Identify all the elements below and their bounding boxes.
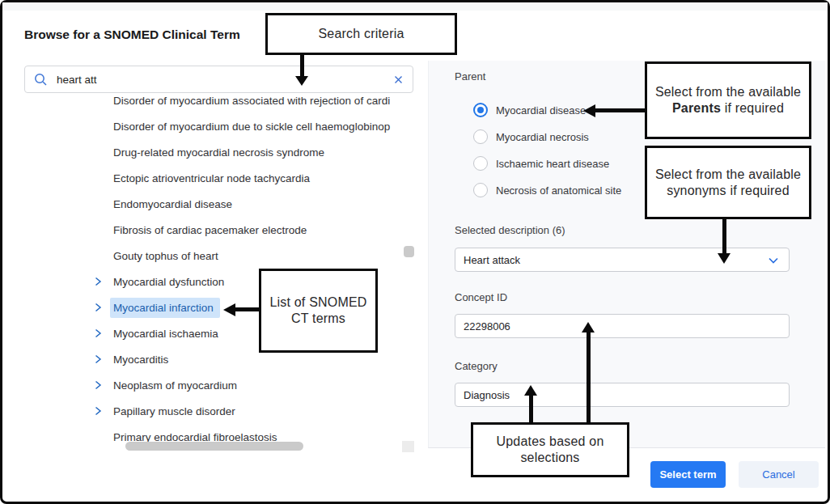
callout-synonyms: Select from the available synonyms if re… — [645, 146, 811, 219]
term-label: Myocardial dysfunction — [110, 272, 231, 292]
parent-radio-option[interactable]: Ischaemic heart disease — [473, 155, 621, 172]
radio-icon[interactable] — [473, 129, 488, 144]
term-label: Endomyocardial disease — [110, 194, 239, 214]
list-item[interactable]: Primary endocardial fibroelastosis — [24, 424, 413, 442]
arrow-to-dropdown — [722, 219, 726, 253]
callout-term-list: List of SNOMED CT terms — [259, 269, 378, 353]
dialog-top-strip — [2, 2, 828, 11]
list-item[interactable]: Endomyocardial disease — [24, 191, 413, 217]
term-label: Myocardial ischaemia — [110, 324, 225, 344]
selected-description-label: Selected description (6) — [455, 224, 565, 236]
search-input[interactable] — [55, 73, 392, 87]
chevron-right-icon[interactable] — [92, 405, 104, 417]
arrow-to-category — [529, 395, 533, 422]
radio-icon[interactable] — [473, 103, 488, 117]
list-item[interactable]: Drug-related myocardial necrosis syndrom… — [24, 139, 413, 165]
term-label: Fibrosis of cardiac pacemaker electrode — [110, 220, 313, 240]
category-label: Category — [455, 360, 498, 372]
clear-search-icon[interactable] — [392, 74, 404, 86]
radio-label: Myocardial disease — [496, 104, 586, 116]
callout-parents-pre: Select from the available — [655, 85, 801, 99]
list-item[interactable]: Gouty tophus of heart — [24, 243, 413, 269]
term-label: Disorder of myocardium due to sickle cel… — [110, 116, 396, 137]
cancel-button[interactable]: Cancel — [739, 461, 819, 488]
callout-updates: Updates based on selections — [471, 422, 629, 477]
category-field[interactable] — [455, 383, 790, 407]
arrow-to-term-head — [223, 303, 235, 316]
list-item[interactable]: Neoplasm of myocardium — [24, 372, 413, 398]
term-label: Disorder of myocardium associated with r… — [110, 95, 396, 111]
arrow-to-term — [235, 307, 259, 311]
parent-radio-group: Myocardial disease Myocardial necrosis I… — [473, 102, 621, 198]
chevron-down-icon — [767, 254, 780, 267]
scrollbar-corner — [402, 441, 414, 452]
term-label: Papillary muscle disorder — [110, 401, 242, 421]
arrow-to-parent-radio — [595, 108, 645, 112]
term-label: Primary endocardial fibroelastosis — [110, 427, 284, 442]
parent-label: Parent — [455, 70, 485, 83]
radio-icon[interactable] — [473, 156, 488, 171]
term-label: Neoplasm of myocardium — [110, 375, 243, 396]
description-dropdown[interactable]: Heart attack — [455, 248, 790, 272]
vertical-scrollbar[interactable] — [404, 246, 414, 257]
list-item[interactable]: Fibrosis of cardiac pacemaker electrode — [24, 217, 413, 243]
radio-icon[interactable] — [473, 183, 488, 197]
radio-label: Necrosis of anatomical site — [496, 184, 621, 197]
list-item[interactable]: Ectopic atrioventricular node tachycardi… — [24, 165, 413, 191]
search-box[interactable] — [24, 66, 413, 93]
arrow-to-parent-radio-head — [583, 104, 595, 117]
radio-dot — [477, 107, 484, 113]
term-label: Drug-related myocardial necrosis syndrom… — [110, 142, 331, 163]
term-label: Myocardial infarction — [110, 298, 220, 318]
list-item[interactable]: Disorder of myocardium due to sickle cel… — [24, 113, 413, 139]
arrow-to-concept-id-head — [582, 322, 595, 332]
concept-id-label: Concept ID — [455, 291, 507, 303]
select-term-button[interactable]: Select term — [650, 461, 726, 488]
snomed-browser-dialog: Browse for a SNOMED Clinical Term Disord… — [0, 0, 830, 504]
chevron-right-icon[interactable] — [92, 379, 104, 391]
callout-search-criteria: Search criteria — [265, 13, 457, 55]
callout-parents-post: if required — [721, 101, 784, 115]
arrow-to-search — [300, 55, 304, 77]
radio-label: Myocardial necrosis — [496, 131, 589, 143]
arrow-to-concept-id — [587, 332, 591, 422]
description-dropdown-value: Heart attack — [464, 254, 520, 266]
concept-id-field[interactable] — [455, 314, 790, 338]
term-label: Ectopic atrioventricular node tachycardi… — [110, 168, 316, 188]
term-label: Gouty tophus of heart — [110, 246, 225, 266]
arrow-to-dropdown-head — [718, 253, 730, 264]
chevron-right-icon[interactable] — [92, 328, 104, 339]
list-item[interactable]: Papillary muscle disorder — [24, 398, 413, 424]
dialog-title: Browse for a SNOMED Clinical Term — [24, 28, 240, 42]
parent-radio-option[interactable]: Necrosis of anatomical site — [473, 182, 621, 198]
arrow-to-search-head — [295, 76, 308, 86]
parent-radio-option[interactable]: Myocardial necrosis — [473, 129, 621, 145]
search-icon — [33, 72, 48, 87]
horizontal-scrollbar[interactable] — [125, 442, 303, 451]
chevron-right-icon[interactable] — [92, 302, 104, 313]
list-item[interactable]: Disorder of myocardium associated with r… — [24, 95, 413, 113]
callout-parents-bold: Parents — [672, 101, 721, 115]
chevron-right-icon[interactable] — [92, 276, 104, 287]
term-label: Myocarditis — [110, 349, 175, 370]
arrow-to-category-head — [524, 385, 537, 396]
callout-parents: Select from the available Parents if req… — [645, 61, 811, 139]
radio-label: Ischaemic heart disease — [496, 158, 609, 170]
chevron-right-icon[interactable] — [92, 354, 104, 365]
